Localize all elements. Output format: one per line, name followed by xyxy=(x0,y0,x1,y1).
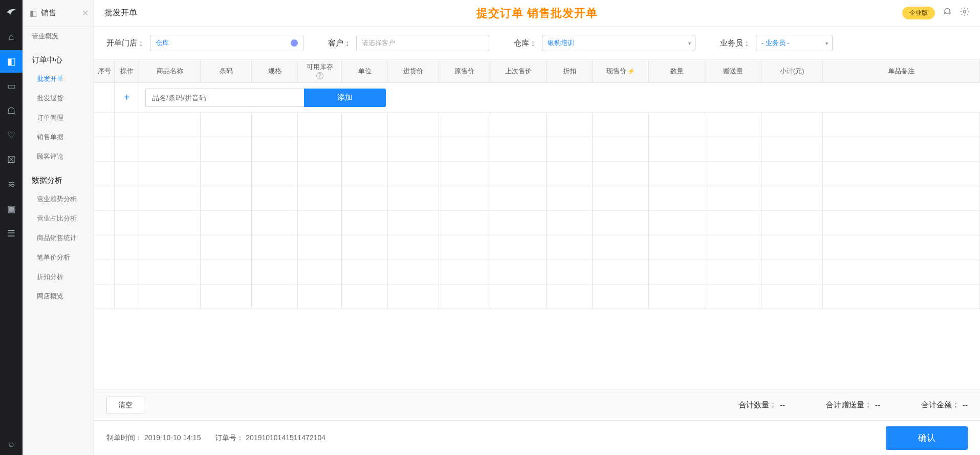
table-row xyxy=(94,113,980,137)
th-gift: 赠送量 xyxy=(705,60,761,82)
customer-label: 客户： xyxy=(328,38,351,48)
total-amount: 合计金额： -- xyxy=(921,400,968,410)
total-gift: 合计赠送量： -- xyxy=(826,400,880,410)
sidebar-title-icon: ◧ xyxy=(30,9,37,18)
rail-store-icon[interactable]: ▭ xyxy=(0,75,23,97)
main-content: 批发开单 提交订单 销售批发开单 企业版 开单门店： 仓库 客户： 请选择客 xyxy=(94,0,980,455)
help-icon[interactable]: ? xyxy=(316,72,323,79)
topbar: 批发开单 提交订单 销售批发开单 企业版 xyxy=(94,0,980,27)
sidebar: ◧ 销售 ✕ 营业概况 订单中心 批发开单 批发退货 订单管理 销售单据 顾客评… xyxy=(23,0,94,455)
table-row xyxy=(94,211,980,235)
rail-chart-icon[interactable]: ≋ xyxy=(0,173,23,196)
rail-home-icon[interactable]: ⌂ xyxy=(0,26,23,48)
store-label: 开单门店： xyxy=(106,38,145,48)
table-row xyxy=(94,186,980,211)
add-button[interactable]: 添加 xyxy=(304,89,386,107)
warehouse-select[interactable]: 银豹培训 ▾ xyxy=(542,35,695,51)
create-time: 制单时间： 2019-10-10 14:15 xyxy=(106,434,201,443)
enterprise-badge[interactable]: 企业版 xyxy=(902,7,935,19)
th-note: 单品备注 xyxy=(823,60,980,82)
th-spec: 规格 xyxy=(252,60,298,82)
sidebar-item-discount[interactable]: 折扣分析 xyxy=(23,267,94,287)
rail-favorite-icon[interactable]: ♡ xyxy=(0,124,23,146)
table-body: + 添加 xyxy=(94,83,980,389)
sidebar-item-avg-order[interactable]: 笔单价分析 xyxy=(23,248,94,267)
cursor-indicator-icon xyxy=(291,39,298,47)
chevron-down-icon: ▾ xyxy=(825,40,828,46)
support-icon[interactable] xyxy=(942,7,952,19)
table-row xyxy=(94,137,980,162)
gear-icon[interactable] xyxy=(960,7,970,19)
sidebar-group-analytics: 数据分析 xyxy=(23,166,94,189)
th-unit: 单位 xyxy=(342,60,388,82)
salesman-select[interactable]: - 业务员 - ▾ xyxy=(756,35,833,51)
chevron-down-icon: ▾ xyxy=(688,40,691,46)
sidebar-item-ratio[interactable]: 营业占比分析 xyxy=(23,209,94,228)
th-stock: 可用库存 ? xyxy=(298,60,342,82)
table-row xyxy=(94,162,980,186)
rail-screen-icon[interactable]: ▣ xyxy=(0,198,23,220)
clear-button[interactable]: 清空 xyxy=(106,397,144,414)
warehouse-label: 仓库： xyxy=(514,38,537,48)
th-seq: 序号 xyxy=(94,60,115,82)
sidebar-header: ◧ 销售 ✕ xyxy=(23,0,94,27)
sidebar-item-wholesale-return[interactable]: 批发退货 xyxy=(23,89,94,108)
filter-row: 开单门店： 仓库 客户： 请选择客户 仓库： 银豹培训 ▾ 业务员： - 业务员… xyxy=(94,27,980,60)
confirm-button[interactable]: 确认 xyxy=(886,426,968,450)
th-buy: 进货价 xyxy=(388,60,439,82)
rail-sales-icon[interactable]: ◧ xyxy=(0,50,23,73)
sidebar-item-sales-doc[interactable]: 销售单据 xyxy=(23,127,94,147)
icon-rail: ⌂ ◧ ▭ ☖ ♡ ☒ ≋ ▣ ☰ ⌕ xyxy=(0,0,23,455)
sidebar-title: 销售 xyxy=(41,8,56,18)
svg-point-1 xyxy=(964,11,966,13)
rail-box-icon[interactable]: ☒ xyxy=(0,148,23,171)
page-center-title: 提交订单 销售批发开单 xyxy=(476,6,598,21)
table-row xyxy=(94,285,980,309)
logo-icon xyxy=(5,5,18,18)
store-select[interactable]: 仓库 xyxy=(150,35,303,51)
add-row: + 添加 xyxy=(94,83,980,113)
product-search-input[interactable] xyxy=(145,89,304,107)
rail-search-icon[interactable]: ⌕ xyxy=(0,432,23,455)
sidebar-item-trend[interactable]: 营业趋势分析 xyxy=(23,189,94,209)
th-disc: 折扣 xyxy=(547,60,593,82)
th-qty: 数量 xyxy=(649,60,705,82)
salesman-label: 业务员： xyxy=(720,38,751,48)
table-row xyxy=(94,235,980,260)
th-sub: 小计(元) xyxy=(761,60,823,82)
sidebar-item-wholesale-create[interactable]: 批发开单 xyxy=(23,69,94,89)
rail-filter-icon[interactable]: ☰ xyxy=(0,222,23,245)
table-row xyxy=(94,260,980,285)
th-last: 上次售价 xyxy=(490,60,547,82)
th-orig: 原售价 xyxy=(439,60,490,82)
th-name: 商品名称 xyxy=(139,60,201,82)
sidebar-item-overview[interactable]: 营业概况 xyxy=(23,27,94,46)
customer-select[interactable]: 请选择客户 xyxy=(356,35,489,51)
sidebar-group-orders: 订单中心 xyxy=(23,46,94,69)
rail-user-icon[interactable]: ☖ xyxy=(0,99,23,122)
bolt-icon: ⚡ xyxy=(627,68,635,75)
footer-bar: 制单时间： 2019-10-10 14:15 订单号： 201910101415… xyxy=(94,420,980,455)
close-icon[interactable]: ✕ xyxy=(82,8,89,18)
sidebar-item-order-manage[interactable]: 订单管理 xyxy=(23,108,94,127)
plus-icon[interactable]: + xyxy=(124,92,130,103)
sidebar-item-reviews[interactable]: 顾客评论 xyxy=(23,147,94,166)
th-code: 条码 xyxy=(201,60,252,82)
page-title: 批发开单 xyxy=(104,8,137,18)
order-no: 订单号： 20191010141511472104 xyxy=(215,434,325,443)
table-wrap: 序号 操作 商品名称 条码 规格 可用库存 ? 单位 进货价 原售价 上次售价 … xyxy=(94,60,980,389)
total-qty: 合计数量： -- xyxy=(738,400,785,410)
th-op: 操作 xyxy=(115,60,139,82)
table-header-row: 序号 操作 商品名称 条码 规格 可用库存 ? 单位 进货价 原售价 上次售价 … xyxy=(94,60,980,83)
th-now: 现售价⚡ xyxy=(593,60,649,82)
summary-bar: 清空 合计数量： -- 合计赠送量： -- 合计金额： -- xyxy=(94,389,980,420)
sidebar-item-product-stats[interactable]: 商品销售统计 xyxy=(23,228,94,248)
sidebar-item-eshop[interactable]: 网店概览 xyxy=(23,287,94,306)
svg-point-0 xyxy=(945,8,950,13)
